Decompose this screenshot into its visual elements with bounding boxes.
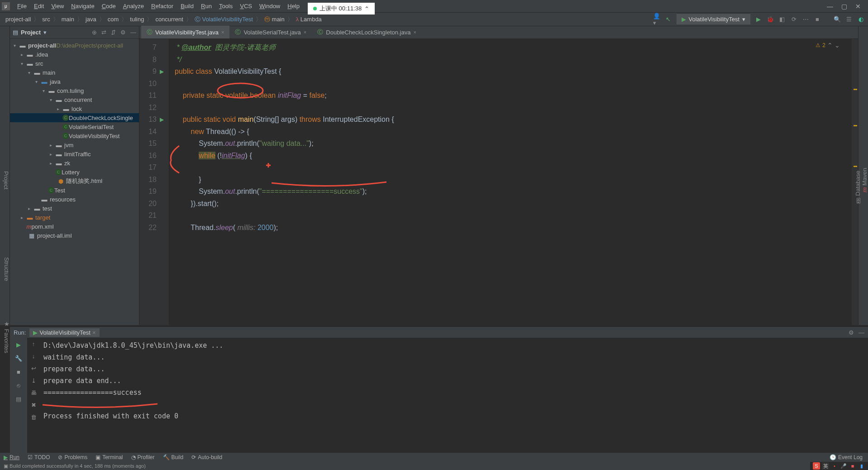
bt-build[interactable]: 🔨 Build [163, 454, 184, 460]
bt-autobuild[interactable]: ⟳ Auto-build [191, 454, 222, 460]
minimize-button[interactable]: — [827, 3, 833, 10]
tray-app-icon[interactable]: ■ [849, 462, 856, 470]
menu-run[interactable]: Run [197, 1, 215, 11]
debug-button[interactable]: 🐞 [767, 16, 774, 23]
coverage-button[interactable]: ◧ [778, 16, 786, 23]
run-config-dropdown[interactable]: ▶ VolatileVisibilityTest ▾ [677, 14, 750, 24]
menu-edit[interactable]: Edit [30, 1, 48, 11]
bt-profiler[interactable]: ◔ Profiler [131, 454, 155, 460]
stop-button[interactable]: ■ [814, 16, 821, 23]
chevron-down-icon[interactable]: ▾ [43, 29, 47, 36]
print-icon[interactable]: 🖶 [31, 389, 37, 396]
tree-file[interactable]: C VolatileSerialTest [10, 122, 139, 131]
collapse-icon[interactable]: ⇵ [111, 29, 116, 36]
maven-tool-button[interactable]: m Maven [861, 35, 868, 325]
tray-app-icon[interactable]: ▮ [858, 462, 865, 470]
tab-visibility[interactable]: ⒸVolatileVisibilityTest.java× [141, 26, 229, 38]
run-button[interactable]: ▶ [755, 16, 762, 23]
down-icon[interactable]: ↓ [32, 353, 35, 360]
bt-problems[interactable]: ⊘ Problems [58, 454, 87, 460]
tree-package-jvm[interactable]: ▸▬jvm [10, 140, 139, 149]
breadcrumb-method[interactable]: ⓜ main [262, 15, 286, 24]
breadcrumb-class[interactable]: Ⓒ VolatileVisibilityTest [193, 15, 255, 24]
status-box-icon[interactable]: ▣ [4, 463, 8, 469]
breadcrumb[interactable]: src [40, 16, 52, 23]
stop-button[interactable]: ■ [14, 368, 23, 376]
attach-button[interactable]: ⋯ [802, 16, 809, 23]
tree-folder-src[interactable]: ▾▬src [10, 59, 139, 68]
console-output[interactable]: D:\dev\Java\jdk1.8.0_45\jre\bin\java.exe… [40, 338, 868, 453]
editor-body[interactable]: 789▶10111213▶141516171819202122 * @autho… [139, 39, 858, 325]
breadcrumb[interactable]: tuling [128, 16, 146, 23]
menu-file[interactable]: File [14, 1, 30, 11]
bt-run[interactable]: ▶ Run [4, 454, 19, 460]
bt-todo[interactable]: ☑ TODO [28, 454, 50, 460]
trash-icon[interactable]: 🗑 [31, 414, 37, 421]
menu-refactor[interactable]: Refactor [148, 1, 177, 11]
fold-strip[interactable] [160, 39, 169, 325]
profile-button[interactable]: ⟳ [790, 16, 797, 23]
bt-eventlog[interactable]: 🕒 Event Log [830, 454, 863, 460]
tree-file[interactable]: C VolatileVisibilityTest [10, 131, 139, 140]
settings-icon[interactable]: ☰ [845, 16, 853, 23]
tree-package-concurrent[interactable]: ▾▬concurrent [10, 95, 139, 104]
tree-file-test[interactable]: C Test [10, 186, 139, 195]
assist-icon[interactable]: ◐ [857, 16, 864, 23]
gear-icon[interactable]: ⚙ [849, 329, 854, 336]
breadcrumb-lambda[interactable]: λ Lambda [294, 16, 324, 23]
menu-analyze[interactable]: Analyze [119, 1, 148, 11]
soft-wrap-icon[interactable]: ↩ [31, 365, 36, 372]
rerun-button[interactable]: ▶ [14, 341, 23, 349]
tree-package[interactable]: ▾▬com.tuling [10, 86, 139, 95]
tree-file-lottery[interactable]: C Lottery [10, 168, 139, 177]
tree-folder-target[interactable]: ▸▬target [10, 213, 139, 222]
tree-file[interactable]: C DoubleCheckLockSingle [10, 113, 139, 122]
close-icon[interactable]: × [221, 29, 224, 35]
menu-build[interactable]: Build [177, 1, 197, 11]
recording-overlay[interactable]: 上课中 00:11:38 ⌃ [308, 3, 375, 14]
tree-file-pom[interactable]: m pom.xml [10, 222, 139, 231]
tree-folder-java[interactable]: ▾▬java [10, 77, 139, 86]
search-icon[interactable]: 🔍 [834, 16, 841, 23]
close-icon[interactable]: × [413, 29, 416, 35]
layout-button[interactable]: ▤ [14, 395, 23, 403]
clear-icon[interactable]: ✖ [31, 402, 36, 408]
menu-view[interactable]: View [48, 1, 67, 11]
breadcrumb[interactable]: project-all [4, 16, 33, 23]
hide-icon[interactable]: — [858, 329, 864, 336]
code-area[interactable]: * @author 图灵学院-诸葛老师 */public class Volat… [169, 39, 852, 325]
menu-window[interactable]: Window [256, 1, 284, 11]
exit-button[interactable]: ⎋ [14, 381, 23, 389]
lang-icon[interactable]: 英 [822, 462, 829, 470]
menu-help[interactable]: Help [284, 1, 303, 11]
maximize-button[interactable]: ▢ [841, 3, 847, 10]
back-icon[interactable]: ↖ [665, 16, 672, 23]
locate-icon[interactable]: ⊕ [92, 29, 97, 36]
tree-file-html[interactable]: ⬢随机抽奖.html [10, 177, 139, 186]
prev-warning-icon[interactable]: ⌃ [827, 42, 833, 49]
tree-root[interactable]: ▾▬project-all D:\ideaProjects\project-al… [10, 41, 139, 50]
breadcrumb[interactable]: main [60, 16, 76, 23]
tree-folder-resources[interactable]: ▬resources [10, 195, 139, 204]
bt-terminal[interactable]: ▣ Terminal [95, 454, 123, 460]
project-tree[interactable]: ▾▬project-all D:\ideaProjects\project-al… [10, 39, 139, 325]
tree-folder-idea[interactable]: ▸▬.idea [10, 50, 139, 59]
tree-folder-test[interactable]: ▸▬test [10, 204, 139, 213]
gear-icon[interactable]: ⚙ [120, 29, 126, 36]
menu-code[interactable]: Code [98, 1, 119, 11]
menu-tools[interactable]: Tools [215, 1, 236, 11]
tree-package-lock[interactable]: ▸▬lock [10, 104, 139, 113]
tray-dot-icon[interactable]: • [831, 462, 838, 470]
tab-doublecheck[interactable]: ⒸDoubleCheckLockSingleton.java× [312, 26, 422, 38]
breadcrumb[interactable]: com [106, 16, 121, 23]
tree-folder-main[interactable]: ▾▬main [10, 68, 139, 77]
menu-vcs[interactable]: VCS [236, 1, 256, 11]
favorites-rail[interactable]: ★ Favorites [0, 317, 10, 353]
breadcrumb[interactable]: concurrent [153, 16, 185, 23]
tree-file-iml[interactable]: ▦project-all.iml [10, 231, 139, 240]
run-tab[interactable]: ▶ VolatileVisibilityTest × [29, 328, 99, 337]
scroll-icon[interactable]: ⤓ [31, 377, 36, 384]
inspection-indicator[interactable]: ⚠ 2 ⌃ ⌄ [816, 42, 840, 49]
tree-package-limit[interactable]: ▸▬limitTraffic [10, 149, 139, 158]
tool-button[interactable]: 🔧 [14, 354, 23, 362]
